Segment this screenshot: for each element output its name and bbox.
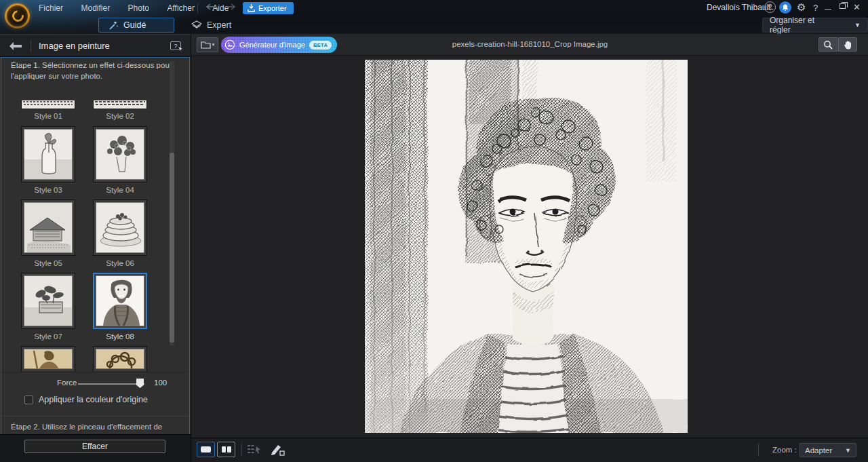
style-06-thumbnail[interactable] [93, 199, 147, 256]
pencil-icon [270, 443, 285, 457]
menu-divider [197, 3, 198, 13]
single-view-icon [201, 446, 211, 453]
tab-expert-label: Expert [207, 20, 231, 30]
pan-tool-button[interactable] [838, 37, 857, 52]
restore-window-button[interactable] [840, 3, 846, 9]
magnifier-icon [823, 40, 833, 50]
style-01-thumbnail[interactable] [21, 100, 75, 109]
edit-pencil-button[interactable] [270, 443, 285, 457]
layers-icon [191, 20, 202, 31]
panel-header: Image en peinture ? [0, 35, 191, 57]
force-slider-handle[interactable] [136, 379, 144, 388]
export-icon [248, 4, 255, 12]
force-slider-track[interactable] [78, 383, 144, 385]
settings-gear-icon[interactable]: ⚙ [797, 1, 806, 14]
statusbar-divider [241, 444, 242, 456]
apply-original-color-checkbox[interactable] [24, 396, 33, 404]
history-list-button[interactable] [247, 444, 262, 456]
style-07-thumbnail[interactable] [21, 273, 75, 329]
style-03-label: Style 03 [21, 186, 75, 194]
apply-original-color-label: Appliquer la couleur d'origine [39, 395, 148, 404]
zoom-section-divider [758, 443, 759, 457]
menu-photo[interactable]: Photo [121, 0, 157, 16]
undo-button[interactable] [205, 2, 219, 13]
help-icon[interactable]: ? [813, 3, 818, 13]
style-06-label: Style 06 [93, 259, 147, 267]
style-09-thumbnail[interactable] [21, 346, 75, 371]
erase-button-label: Effacer [82, 442, 108, 451]
style-08-thumbnail-selected[interactable] [93, 273, 147, 329]
style-01-label: Style 01 [21, 112, 75, 120]
style-05-thumbnail[interactable] [21, 199, 75, 256]
guided-panel-sidebar: Image en peinture ? Étape 1. Sélectionne… [0, 34, 191, 462]
effect-panel-body: Étape 1. Sélectionnez un effet ci-dessou… [1, 57, 190, 434]
status-bar: Zoom : Adapter ▼ [191, 438, 868, 462]
export-button[interactable]: Exporter [243, 2, 294, 14]
style-04-label: Style 04 [93, 186, 147, 194]
mode-tab-row: Guidé Expert Organiser et régler ▼ [0, 16, 868, 34]
organize-adjust-label: Organiser et régler [770, 16, 837, 35]
style-04-thumbnail[interactable] [93, 126, 147, 182]
compare-view-button[interactable] [217, 442, 235, 457]
zoom-level-dropdown[interactable]: Adapter ▼ [800, 443, 856, 457]
notifications-icon[interactable] [779, 1, 791, 14]
tutorial-help-icon[interactable]: ? [170, 41, 181, 50]
chevron-down-icon: ▼ [854, 22, 861, 28]
tab-expert[interactable]: Expert [182, 18, 241, 33]
tab-guided-label: Guidé [123, 20, 146, 30]
menu-modifier[interactable]: Modifier [73, 0, 117, 16]
canvas-toolbar: ▾ Générateur d'image BETA pexels-creatio… [191, 34, 868, 56]
magic-wand-icon [108, 20, 119, 31]
style-07-label: Style 07 [21, 332, 75, 341]
style-05-label: Style 05 [21, 259, 75, 267]
style-02-thumbnail[interactable] [93, 100, 147, 109]
back-arrow-icon[interactable] [8, 41, 23, 51]
user-name[interactable]: Devallois Thibault [707, 3, 771, 12]
zoom-label: Zoom : [772, 446, 797, 454]
photodirector-window: Fichier Modifier Photo Afficher Aide Exp… [0, 0, 868, 462]
style-02-label: Style 02 [93, 112, 147, 120]
sketch-photo[interactable] [365, 60, 688, 433]
style-10-thumbnail[interactable] [93, 346, 147, 371]
style-03-thumbnail[interactable] [21, 126, 75, 182]
menu-afficher[interactable]: Afficher [159, 0, 201, 16]
erase-button[interactable]: Effacer [24, 440, 165, 453]
force-label: Force [57, 379, 77, 387]
photo-canvas[interactable] [191, 56, 868, 438]
account-icon[interactable] [764, 1, 776, 13]
panel-title: Image en peinture [39, 41, 110, 51]
menu-fichier[interactable]: Fichier [31, 0, 71, 16]
compare-view-icon [222, 446, 231, 453]
history-list-icon [247, 444, 262, 456]
organize-adjust-button[interactable]: Organiser et régler ▼ [762, 18, 868, 33]
force-value: 100 [154, 379, 167, 387]
filename-label: pexels-creation-hill-1681010_Crop Image.… [191, 40, 868, 48]
close-icon[interactable]: ✕ [853, 2, 861, 12]
minimize-button[interactable] [825, 9, 831, 9]
zoom-dropdown-chevron-icon: ▼ [845, 447, 851, 454]
tab-guided[interactable]: Guidé [98, 18, 174, 33]
export-label: Exporter [258, 4, 287, 12]
zoom-level-value: Adapter [805, 446, 832, 455]
zoom-tool-button[interactable] [818, 37, 837, 52]
styles-scrollbar-thumb[interactable] [170, 153, 174, 343]
step1-instructions: Étape 1. Sélectionnez un effet ci-dessou… [11, 60, 172, 82]
hand-icon [844, 40, 852, 50]
single-view-button[interactable] [197, 442, 215, 457]
panel-footer: Effacer [0, 434, 191, 462]
redo-button[interactable] [222, 2, 236, 13]
style-08-label: Style 08 [93, 332, 147, 341]
